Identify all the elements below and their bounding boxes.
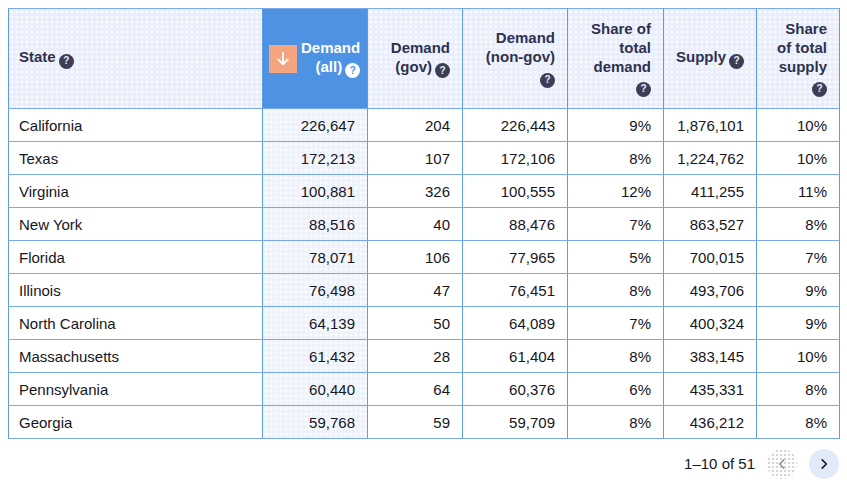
- pagination: 1–10 of 51: [8, 439, 839, 480]
- table-row: Florida 78,071 106 77,965 5% 700,015 7%: [9, 241, 840, 274]
- cell-share-demand: 7%: [568, 208, 664, 241]
- cell-share-demand: 8%: [568, 340, 664, 373]
- help-icon[interactable]: ?: [729, 54, 744, 69]
- table-row: Georgia 59,768 59 59,709 8% 436,212 8%: [9, 406, 840, 439]
- cell-demand-all: 60,440: [263, 373, 368, 406]
- cell-share-demand: 6%: [568, 373, 664, 406]
- cell-supply: 493,706: [664, 274, 757, 307]
- column-header-supply[interactable]: Supply?: [664, 9, 757, 109]
- cell-demand-nongov: 100,555: [463, 175, 568, 208]
- cell-share-demand: 12%: [568, 175, 664, 208]
- cell-demand-nongov: 88,476: [463, 208, 568, 241]
- cell-state: North Carolina: [9, 307, 263, 340]
- column-label-supply: Supply: [676, 48, 726, 65]
- cell-state: Pennsylvania: [9, 373, 263, 406]
- table-row: California 226,647 204 226,443 9% 1,876,…: [9, 109, 840, 142]
- cell-demand-gov: 64: [368, 373, 463, 406]
- cell-supply: 700,015: [664, 241, 757, 274]
- cell-share-supply: 9%: [757, 307, 840, 340]
- cell-state: California: [9, 109, 263, 142]
- cell-supply: 411,255: [664, 175, 757, 208]
- cell-share-demand: 5%: [568, 241, 664, 274]
- cell-share-demand: 8%: [568, 406, 664, 439]
- table-row: Virginia 100,881 326 100,555 12% 411,255…: [9, 175, 840, 208]
- cell-share-supply: 10%: [757, 340, 840, 373]
- cell-state: New York: [9, 208, 263, 241]
- cell-demand-gov: 106: [368, 241, 463, 274]
- cell-demand-all: 61,432: [263, 340, 368, 373]
- cell-state: Illinois: [9, 274, 263, 307]
- cell-share-supply: 11%: [757, 175, 840, 208]
- column-header-demand-nongov[interactable]: Demand (non-gov)?: [463, 9, 568, 109]
- cell-share-supply: 8%: [757, 373, 840, 406]
- pagination-range: 1–10 of 51: [684, 455, 755, 472]
- table-row: Massachusetts 61,432 28 61,404 8% 383,14…: [9, 340, 840, 373]
- column-header-share-supply[interactable]: Share of total supply?: [757, 9, 840, 109]
- cell-supply: 435,331: [664, 373, 757, 406]
- cell-demand-nongov: 64,089: [463, 307, 568, 340]
- cell-demand-all: 100,881: [263, 175, 368, 208]
- cell-supply: 1,224,762: [664, 142, 757, 175]
- cell-share-demand: 7%: [568, 307, 664, 340]
- page: State? Demand (all)? Demand (gov)? Deman…: [0, 0, 847, 488]
- chevron-left-icon: [775, 457, 789, 471]
- column-header-share-demand[interactable]: Share of total demand?: [568, 9, 664, 109]
- column-header-state[interactable]: State?: [9, 9, 263, 109]
- chevron-right-icon: [817, 457, 831, 471]
- cell-supply: 383,145: [664, 340, 757, 373]
- column-header-demand-gov[interactable]: Demand (gov)?: [368, 9, 463, 109]
- cell-demand-all: 76,498: [263, 274, 368, 307]
- cell-demand-all: 88,516: [263, 208, 368, 241]
- cell-state: Texas: [9, 142, 263, 175]
- cell-share-supply: 10%: [757, 142, 840, 175]
- column-label-demand-nongov: Demand (non-gov): [486, 29, 555, 65]
- cell-share-demand: 8%: [568, 274, 664, 307]
- cell-demand-all: 226,647: [263, 109, 368, 142]
- help-icon[interactable]: ?: [59, 54, 74, 69]
- cell-demand-gov: 40: [368, 208, 463, 241]
- cell-demand-nongov: 77,965: [463, 241, 568, 274]
- prev-page-button[interactable]: [767, 449, 797, 479]
- cell-state: Virginia: [9, 175, 263, 208]
- column-label-share-supply: Share of total supply: [777, 20, 827, 75]
- cell-share-supply: 9%: [757, 274, 840, 307]
- sorted-header-content: Demand (all)?: [269, 39, 359, 79]
- cell-demand-gov: 59: [368, 406, 463, 439]
- cell-demand-gov: 47: [368, 274, 463, 307]
- cell-share-demand: 8%: [568, 142, 664, 175]
- cell-state: Massachusetts: [9, 340, 263, 373]
- cell-share-supply: 8%: [757, 406, 840, 439]
- help-icon[interactable]: ?: [812, 82, 827, 97]
- next-page-button[interactable]: [809, 449, 839, 479]
- cell-share-supply: 8%: [757, 208, 840, 241]
- cell-demand-nongov: 61,404: [463, 340, 568, 373]
- cell-demand-all: 172,213: [263, 142, 368, 175]
- cell-supply: 436,212: [664, 406, 757, 439]
- table-row: North Carolina 64,139 50 64,089 7% 400,3…: [9, 307, 840, 340]
- state-demand-supply-table: State? Demand (all)? Demand (gov)? Deman…: [8, 8, 840, 439]
- table-row: Pennsylvania 60,440 64 60,376 6% 435,331…: [9, 373, 840, 406]
- help-icon[interactable]: ?: [636, 82, 651, 97]
- table-row: Illinois 76,498 47 76,451 8% 493,706 9%: [9, 274, 840, 307]
- column-header-demand-all[interactable]: Demand (all)?: [263, 9, 368, 109]
- cell-state: Florida: [9, 241, 263, 274]
- column-label-state: State: [19, 48, 56, 65]
- cell-demand-nongov: 226,443: [463, 109, 568, 142]
- cell-share-supply: 7%: [757, 241, 840, 274]
- help-icon[interactable]: ?: [540, 73, 555, 88]
- cell-state: Georgia: [9, 406, 263, 439]
- sort-descending-icon[interactable]: [269, 45, 297, 73]
- cell-demand-gov: 28: [368, 340, 463, 373]
- cell-demand-all: 78,071: [263, 241, 368, 274]
- cell-share-demand: 9%: [568, 109, 664, 142]
- cell-demand-nongov: 59,709: [463, 406, 568, 439]
- help-icon[interactable]: ?: [345, 63, 360, 78]
- cell-demand-gov: 326: [368, 175, 463, 208]
- help-icon[interactable]: ?: [435, 63, 450, 78]
- cell-demand-nongov: 76,451: [463, 274, 568, 307]
- cell-demand-gov: 204: [368, 109, 463, 142]
- table-body: California 226,647 204 226,443 9% 1,876,…: [9, 109, 840, 439]
- column-label-share-demand: Share of total demand: [591, 20, 651, 75]
- cell-demand-all: 64,139: [263, 307, 368, 340]
- cell-supply: 1,876,101: [664, 109, 757, 142]
